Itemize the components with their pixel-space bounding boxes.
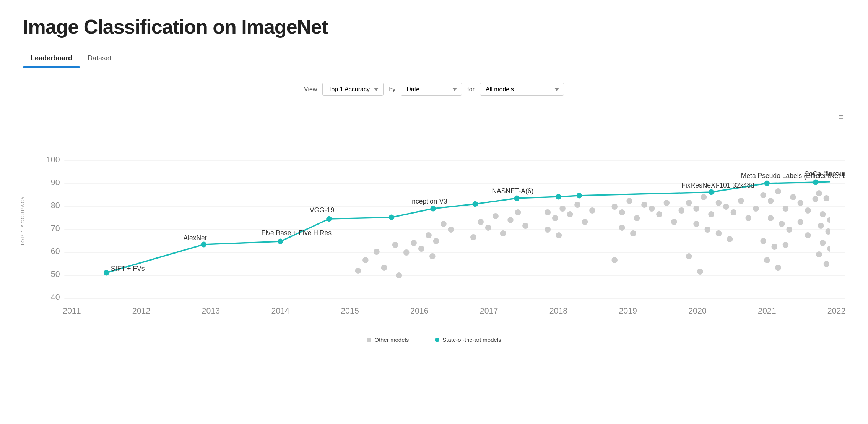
chart-controls: View Top 1 Accuracy Top 5 Accuracy by Da… (23, 83, 845, 96)
svg-point-59 (619, 209, 625, 215)
svg-point-48 (470, 234, 476, 240)
svg-point-125 (431, 206, 436, 211)
svg-point-43 (493, 213, 499, 219)
svg-point-120 (104, 270, 109, 275)
for-select[interactable]: All models Published only Unpublished (480, 83, 564, 96)
svg-point-79 (745, 215, 751, 221)
svg-text:SIFT + FVs: SIFT + FVs (111, 265, 145, 272)
svg-text:2014: 2014 (271, 306, 289, 316)
svg-point-114 (833, 234, 839, 240)
by-label: by (389, 86, 395, 93)
svg-text:80: 80 (51, 201, 60, 210)
svg-point-121 (201, 242, 206, 247)
svg-point-42 (485, 225, 491, 231)
svg-point-128 (556, 194, 561, 199)
svg-point-132 (813, 180, 818, 185)
legend-sota-label: State-of-the-art models (442, 337, 501, 343)
svg-point-108 (839, 200, 845, 206)
svg-point-86 (697, 269, 703, 275)
svg-text:60: 60 (51, 246, 60, 256)
svg-point-36 (426, 232, 432, 238)
metric-select[interactable]: Top 1 Accuracy Top 5 Accuracy (322, 83, 384, 96)
sota-line-icon (424, 340, 433, 340)
svg-point-104 (775, 265, 781, 271)
svg-point-123 (327, 216, 332, 222)
svg-point-133 (835, 179, 840, 184)
svg-point-109 (820, 211, 826, 217)
view-label: View (304, 86, 317, 93)
svg-point-113 (825, 228, 831, 235)
tab-leaderboard[interactable]: Leaderboard (23, 50, 80, 67)
svg-point-83 (716, 230, 722, 236)
svg-text:100: 100 (46, 155, 60, 164)
svg-point-78 (738, 198, 744, 204)
svg-point-103 (764, 257, 770, 263)
svg-point-37 (433, 238, 439, 244)
chart-area: TOP 1 ACCURACY ≡ 100 90 80 70 60 50 40 2… (23, 111, 845, 325)
svg-point-66 (671, 219, 677, 225)
svg-point-126 (473, 201, 478, 207)
svg-text:2021: 2021 (758, 306, 776, 316)
svg-point-45 (507, 217, 514, 223)
svg-point-96 (779, 221, 785, 227)
svg-text:40: 40 (51, 292, 60, 302)
svg-point-61 (634, 215, 640, 221)
by-select[interactable]: Date Year Paper (401, 83, 462, 96)
svg-point-99 (805, 232, 811, 238)
svg-text:2022: 2022 (827, 306, 845, 316)
tab-dataset[interactable]: Dataset (80, 50, 119, 67)
sota-dot-icon (435, 338, 439, 342)
svg-text:90: 90 (51, 178, 60, 187)
svg-point-111 (835, 206, 841, 212)
svg-point-53 (574, 202, 580, 208)
svg-point-70 (611, 257, 618, 263)
svg-point-90 (783, 206, 789, 212)
svg-point-106 (824, 195, 830, 201)
svg-point-56 (545, 227, 551, 233)
svg-point-63 (649, 206, 655, 212)
svg-point-117 (816, 251, 822, 257)
svg-point-67 (678, 207, 684, 214)
svg-point-30 (381, 265, 387, 271)
svg-point-85 (686, 253, 692, 259)
page-title: Image Classification on ImageNet (23, 15, 845, 38)
svg-rect-0 (64, 115, 830, 302)
svg-point-87 (760, 192, 766, 198)
svg-text:2013: 2013 (202, 306, 220, 316)
svg-text:CoCa (finetuned): CoCa (finetuned) (804, 170, 845, 178)
svg-text:Five Base + Five HiRes: Five Base + Five HiRes (262, 229, 332, 237)
svg-text:2015: 2015 (341, 306, 359, 316)
svg-point-33 (403, 249, 410, 256)
svg-point-62 (641, 202, 647, 208)
svg-point-50 (552, 215, 558, 221)
svg-point-124 (389, 215, 394, 220)
svg-text:NASNET-A(6): NASNET-A(6) (492, 187, 533, 195)
svg-point-44 (500, 230, 506, 236)
svg-point-81 (693, 221, 699, 227)
svg-point-55 (589, 207, 595, 214)
svg-point-92 (798, 200, 804, 206)
svg-point-74 (708, 211, 714, 217)
svg-point-73 (701, 194, 707, 200)
svg-point-75 (716, 200, 722, 206)
svg-point-100 (760, 238, 766, 244)
svg-point-112 (818, 223, 824, 229)
svg-point-80 (753, 206, 759, 212)
svg-point-107 (831, 186, 837, 193)
svg-point-68 (619, 225, 625, 231)
chart-svg: 100 90 80 70 60 50 40 2011 2012 2013 201… (42, 111, 845, 325)
svg-point-131 (764, 181, 770, 186)
svg-point-52 (567, 211, 573, 217)
svg-point-82 (705, 227, 711, 233)
svg-point-47 (522, 223, 528, 229)
svg-point-57 (556, 232, 562, 238)
svg-text:AlexNet: AlexNet (183, 234, 206, 242)
svg-text:2016: 2016 (410, 306, 429, 316)
svg-point-94 (812, 196, 818, 202)
svg-point-71 (686, 200, 692, 206)
svg-point-116 (827, 246, 833, 252)
chart-legend: Other models State-of-the-art models (23, 337, 845, 343)
svg-point-54 (582, 219, 588, 225)
svg-point-65 (664, 200, 670, 206)
svg-point-122 (278, 239, 283, 244)
